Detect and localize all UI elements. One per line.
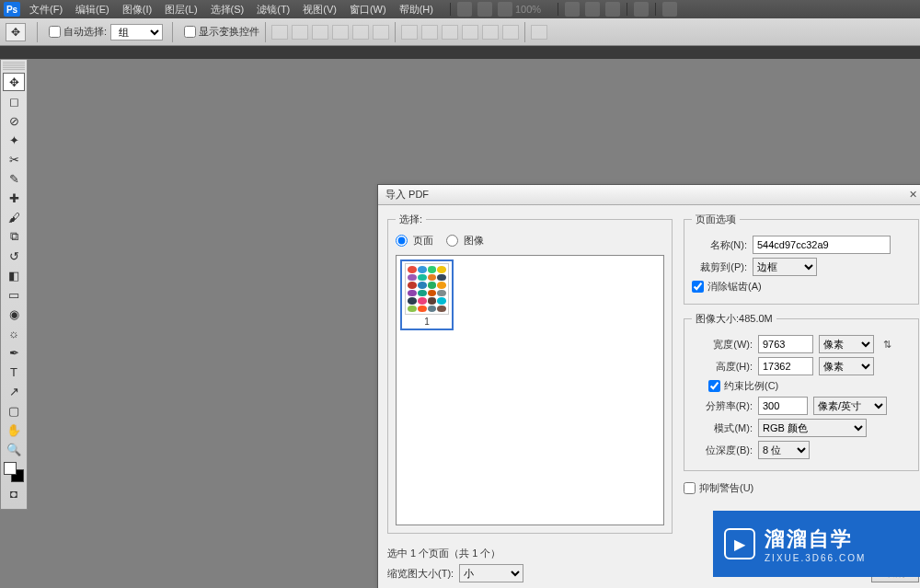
hand-tool[interactable]: ✋ — [3, 421, 25, 439]
antialias-checkbox[interactable] — [692, 281, 704, 293]
watermark: ▶ 溜溜自学 ZIXUE.3D66.COM — [713, 511, 920, 577]
launch-bridge-icon[interactable] — [457, 2, 472, 17]
panel-grip[interactable] — [3, 62, 25, 71]
menu-window[interactable]: 窗口(W) — [350, 3, 386, 17]
width-unit-dropdown[interactable]: 像素 — [819, 335, 874, 353]
link-icon[interactable]: ⇅ — [883, 339, 891, 351]
menu-file[interactable]: 文件(F) — [29, 3, 63, 17]
options-bar: ✥ 自动选择: 组 显示变换控件 — [0, 18, 920, 46]
close-icon[interactable]: ✕ — [904, 189, 920, 201]
height-field[interactable] — [758, 357, 813, 375]
name-field[interactable] — [753, 236, 891, 254]
rotate-view-icon[interactable] — [605, 2, 620, 17]
current-tool-icon[interactable]: ✥ — [6, 23, 26, 41]
show-transform-label: 显示变换控件 — [199, 25, 259, 39]
menu-filter[interactable]: 滤镜(T) — [257, 3, 290, 17]
width-field[interactable] — [758, 335, 813, 353]
constrain-label: 约束比例(C) — [724, 379, 778, 393]
res-unit-dropdown[interactable]: 像素/英寸 — [813, 397, 887, 415]
watermark-title: 溜溜自学 — [765, 525, 866, 553]
thumb-size-dropdown[interactable]: 小 — [459, 564, 523, 582]
res-label: 分辨率(R): — [692, 399, 753, 413]
color-swatches[interactable] — [4, 462, 24, 482]
screen-mode-icon[interactable] — [498, 2, 512, 17]
res-field[interactable] — [758, 397, 808, 415]
image-size-legend: 图像大小:485.0M — [692, 312, 776, 326]
mode-dropdown[interactable]: RGB 颜色 — [758, 419, 867, 437]
crop-dropdown[interactable]: 边框 — [753, 258, 817, 276]
extras-icon[interactable] — [634, 2, 649, 17]
crop-label: 裁剪到(P): — [692, 260, 747, 274]
move-tool[interactable]: ✥ — [3, 73, 25, 91]
height-unit-dropdown[interactable]: 像素 — [819, 357, 874, 375]
type-tool[interactable]: T — [3, 363, 25, 381]
wand-tool[interactable]: ✦ — [3, 131, 25, 149]
arrange-docs-icon[interactable] — [477, 2, 492, 17]
distribute-hcenter-icon[interactable] — [482, 25, 499, 40]
workspace-icon[interactable] — [662, 2, 677, 17]
radio-image[interactable] — [446, 235, 458, 247]
align-bottom-icon[interactable] — [312, 25, 328, 40]
auto-select-checkbox[interactable] — [49, 26, 61, 38]
zoom-level: 100% — [515, 4, 541, 15]
width-label: 宽度(W): — [692, 338, 753, 352]
selection-info: 选中 1 个页面（共 1 个） — [387, 547, 673, 560]
watermark-sub: ZIXUE.3D66.COM — [765, 553, 866, 563]
lasso-tool[interactable]: ⊘ — [3, 111, 25, 130]
thumbnail-image — [405, 263, 449, 315]
page-options-group: 页面选项 名称(N): 裁剪到(P): 边框 消除锯齿(A) — [684, 213, 919, 305]
align-vcenter-icon[interactable] — [292, 25, 308, 40]
zoom-icon[interactable] — [585, 2, 600, 17]
menu-view[interactable]: 视图(V) — [303, 3, 337, 17]
align-left-icon[interactable] — [332, 25, 349, 40]
image-size-group: 图像大小:485.0M 宽度(W): 像素 ⇅ 高度(H): 像素 约束比例(C… — [684, 312, 919, 471]
distribute-right-icon[interactable] — [502, 25, 519, 40]
heal-tool[interactable]: ✚ — [3, 189, 25, 207]
zoom-tool[interactable]: 🔍 — [3, 440, 25, 458]
menu-image[interactable]: 图像(I) — [122, 3, 152, 17]
path-tool[interactable]: ↗ — [3, 382, 25, 400]
stamp-tool[interactable]: ⧉ — [3, 227, 25, 246]
blur-tool[interactable]: ◉ — [3, 305, 25, 323]
dodge-tool[interactable]: ☼ — [3, 324, 25, 342]
align-hcenter-icon[interactable] — [352, 25, 369, 40]
height-label: 高度(H): — [692, 360, 753, 374]
eraser-tool[interactable]: ◧ — [3, 266, 25, 284]
align-top-icon[interactable] — [271, 25, 288, 40]
menu-select[interactable]: 选择(S) — [211, 3, 245, 17]
shape-tool[interactable]: ▢ — [3, 401, 25, 420]
gradient-tool[interactable]: ▭ — [3, 285, 25, 304]
distribute-top-icon[interactable] — [401, 25, 418, 40]
marquee-tool[interactable]: ◻ — [3, 92, 25, 110]
page-thumbnail[interactable]: 1 — [400, 259, 454, 330]
distribute-left-icon[interactable] — [462, 25, 478, 40]
name-label: 名称(N): — [692, 238, 747, 252]
antialias-label: 消除锯齿(A) — [707, 280, 762, 294]
history-brush-tool[interactable]: ↺ — [3, 247, 25, 265]
suppress-checkbox[interactable] — [684, 482, 696, 494]
thumb-size-label: 缩览图大小(T): — [387, 567, 454, 581]
align-right-icon[interactable] — [373, 25, 389, 40]
brush-tool[interactable]: 🖌 — [3, 208, 25, 226]
menu-layer[interactable]: 图层(L) — [165, 3, 197, 17]
show-transform-checkbox[interactable] — [184, 26, 196, 38]
menu-help[interactable]: 帮助(H) — [399, 3, 433, 17]
play-icon: ▶ — [724, 528, 755, 559]
tool-panel: ✥ ◻ ⊘ ✦ ✂ ✎ ✚ 🖌 ⧉ ↺ ◧ ▭ ◉ ☼ ✒ T ↗ ▢ ✋ 🔍 … — [0, 59, 28, 510]
menu-edit[interactable]: 编辑(E) — [75, 3, 109, 17]
distribute-bottom-icon[interactable] — [442, 25, 458, 40]
crop-tool[interactable]: ✂ — [3, 150, 25, 168]
quick-mask-tool[interactable]: ◘ — [3, 484, 25, 502]
select-legend: 选择: — [396, 213, 426, 226]
distribute-vcenter-icon[interactable] — [421, 25, 438, 40]
pen-tool[interactable]: ✒ — [3, 343, 25, 362]
distribute-icons-group — [401, 25, 519, 40]
thumbnail-area[interactable]: 1 — [396, 255, 664, 525]
hand-icon[interactable] — [565, 2, 580, 17]
auto-align-icon[interactable] — [531, 25, 547, 40]
radio-page[interactable] — [396, 235, 408, 247]
eyedropper-tool[interactable]: ✎ — [3, 169, 25, 188]
constrain-checkbox[interactable] — [708, 380, 720, 392]
auto-select-dropdown[interactable]: 组 — [110, 24, 163, 40]
depth-dropdown[interactable]: 8 位 — [758, 441, 810, 459]
